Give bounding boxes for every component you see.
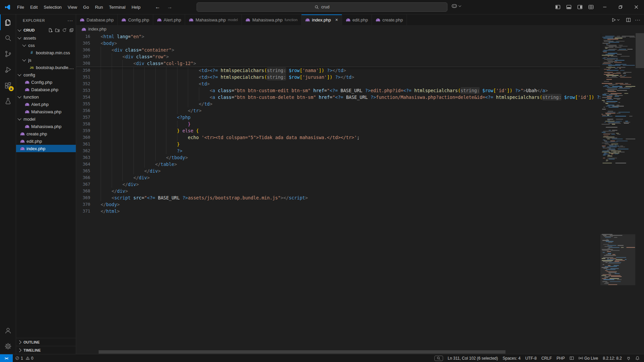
tree-item-config[interactable]: config: [16, 71, 76, 78]
back-arrow-icon[interactable]: ←: [155, 4, 160, 10]
tree-item-js[interactable]: js: [16, 56, 76, 64]
ellipsis-icon[interactable]: ···: [635, 17, 641, 22]
code-line-353[interactable]: 353 <a class="btn btn-custom-edit btn-sm…: [76, 87, 600, 94]
code-line-365[interactable]: 365 </div>: [76, 168, 600, 174]
tree-item-Mahasiswa.php[interactable]: Mahasiswa.php: [16, 123, 76, 130]
code-line-359[interactable]: 359 } else {: [76, 127, 600, 134]
tab-edit.php[interactable]: edit.php: [342, 14, 372, 25]
code-line-367[interactable]: 367 </div>: [76, 181, 600, 188]
menu-selection[interactable]: Selection: [41, 3, 64, 11]
tab-Mahasiswa.php[interactable]: Mahasiswa.phpfunction: [242, 14, 302, 25]
run-icon[interactable]: [611, 17, 622, 22]
tree-item-assets[interactable]: assets: [16, 34, 76, 42]
code-line-355[interactable]: 355 </td>: [76, 101, 600, 107]
tree-item-Config.php[interactable]: Config.php: [16, 78, 76, 86]
menu-edit[interactable]: Edit: [27, 3, 41, 11]
restore-icon[interactable]: [612, 0, 628, 14]
minimize-icon[interactable]: [597, 0, 612, 14]
timeline-section[interactable]: TIMELINE: [16, 346, 76, 354]
status-notifications[interactable]: [633, 354, 642, 362]
tab-Database.php[interactable]: Database.php: [76, 14, 118, 25]
tree-item-Database.php[interactable]: Database.php: [16, 86, 76, 93]
code-editor[interactable]: 16<html lang="en">305<body>306 <div clas…: [76, 33, 644, 354]
status-plug[interactable]: [624, 354, 633, 362]
tree-item-Mahasiswa.php[interactable]: Mahasiswa.php: [16, 108, 76, 115]
tree-item-Alert.php[interactable]: Alert.php: [16, 101, 76, 108]
menu-go[interactable]: Go: [80, 3, 92, 11]
source-control-icon[interactable]: [0, 46, 16, 62]
explorer-more-icon[interactable]: ···: [67, 18, 73, 23]
tree-item-bootstrap.min.css[interactable]: #bootstrap.min.css: [16, 49, 76, 56]
command-center-search[interactable]: crud: [197, 2, 447, 12]
close-tab-icon[interactable]: ×: [335, 17, 338, 22]
settings-gear-icon[interactable]: [0, 338, 16, 354]
outline-section[interactable]: OUTLINE: [16, 338, 76, 346]
status-php-version[interactable]: 8.2.12: 8.2: [600, 354, 624, 362]
status-cursor-position[interactable]: Ln 311, Col 102 (6 selected): [445, 354, 500, 362]
problems-indicator[interactable]: 1 0: [13, 354, 36, 362]
code-line-352[interactable]: 352 <td>: [76, 80, 600, 87]
horizontal-scrollbar[interactable]: [99, 350, 505, 354]
tab-Mahasiswa.php[interactable]: Mahasiswa.phpmodel: [185, 14, 242, 25]
breadcrumb[interactable]: index.php: [76, 25, 644, 33]
code-line-306[interactable]: 306 <div class="container">: [76, 47, 600, 53]
testing-icon[interactable]: [0, 93, 16, 109]
code-line-366[interactable]: 366 </div>: [76, 174, 600, 181]
explorer-icon[interactable]: [0, 14, 16, 30]
status-language-mode[interactable]: PHP: [554, 354, 567, 362]
extensions-icon[interactable]: [0, 77, 16, 93]
status-editor-layout[interactable]: [567, 354, 576, 362]
menu-file[interactable]: File: [14, 3, 27, 11]
code-line-364[interactable]: 364 </table>: [76, 161, 600, 168]
minimap-slider[interactable]: [600, 234, 635, 285]
toggle-panel-icon[interactable]: [566, 4, 572, 10]
search-icon-activity[interactable]: [0, 30, 16, 46]
tree-item-css[interactable]: css: [16, 42, 76, 49]
tree-item-edit.php[interactable]: edit.php: [16, 137, 76, 145]
tree-item-function[interactable]: function: [16, 93, 76, 101]
code-line-356[interactable]: 356 </tr>: [76, 107, 600, 114]
menu-terminal[interactable]: Terminal: [106, 3, 128, 11]
code-line-360[interactable]: 360 echo '<tr><td colspan="5">Tidak ada …: [76, 134, 600, 141]
tab-Alert.php[interactable]: Alert.php: [153, 14, 185, 25]
tab-index.php[interactable]: index.php×: [302, 14, 342, 25]
close-icon[interactable]: [628, 0, 644, 14]
menu-run[interactable]: Run: [92, 3, 106, 11]
code-line-368[interactable]: 368 </div>: [76, 188, 600, 194]
project-section-crud[interactable]: CRUD: [16, 26, 76, 34]
code-line-357[interactable]: 357 <?php: [76, 114, 600, 121]
remote-indicator[interactable]: ><: [0, 354, 13, 362]
code-line-362[interactable]: 362 ?>: [76, 147, 600, 154]
tree-item-create.php[interactable]: create.php: [16, 130, 76, 137]
code-lines[interactable]: 350 <td><?= htmlspecialchars(string: $ro…: [76, 67, 600, 215]
code-line-16[interactable]: 16<html lang="en">: [76, 33, 600, 40]
code-line-307[interactable]: 307 <div class="row">: [76, 53, 600, 60]
toggle-primary-sidebar-icon[interactable]: [555, 4, 560, 10]
status-encoding[interactable]: UTF-8: [523, 354, 539, 362]
minimap[interactable]: [600, 33, 635, 354]
code-line-369[interactable]: 369 <script src="<?= BASE_URL ?>assets/j…: [76, 194, 600, 201]
status-eol-sequence[interactable]: CRLF: [539, 354, 554, 362]
code-line-370[interactable]: 370</body>: [76, 201, 600, 208]
code-line-305[interactable]: 305<body>: [76, 40, 600, 47]
forward-arrow-icon[interactable]: →: [167, 4, 172, 10]
status-indentation[interactable]: Spaces: 4: [500, 354, 523, 362]
code-line-371[interactable]: 371</html>: [76, 208, 600, 215]
tab-create.php[interactable]: create.php: [372, 14, 407, 25]
code-line-358[interactable]: 358 }: [76, 121, 600, 127]
new-folder-icon[interactable]: [55, 28, 60, 33]
account-icon[interactable]: [0, 322, 16, 338]
code-line-350[interactable]: 350 <td><?= htmlspecialchars(string: $ro…: [76, 67, 600, 74]
menu-view[interactable]: View: [65, 3, 80, 11]
new-file-icon[interactable]: [48, 28, 53, 33]
code-line-308[interactable]: 308 <div class="col-lg-12">: [76, 60, 600, 67]
code-line-363[interactable]: 363 </tbody>: [76, 154, 600, 161]
run-debug-icon[interactable]: [0, 62, 16, 77]
sticky-scroll[interactable]: 16<html lang="en">305<body>306 <div clas…: [76, 33, 600, 67]
collapse-all-icon[interactable]: [69, 28, 74, 33]
tree-item-index.php[interactable]: index.php: [16, 145, 76, 152]
tree-item-bootstrap.bundle.min.js[interactable]: JSbootstrap.bundle.min.js: [16, 64, 76, 71]
code-line-354[interactable]: 354 <a class="btn btn-custom-delete btn-…: [76, 94, 600, 101]
tree-item-model[interactable]: model: [16, 115, 76, 123]
copilot-icon[interactable]: [451, 3, 464, 8]
